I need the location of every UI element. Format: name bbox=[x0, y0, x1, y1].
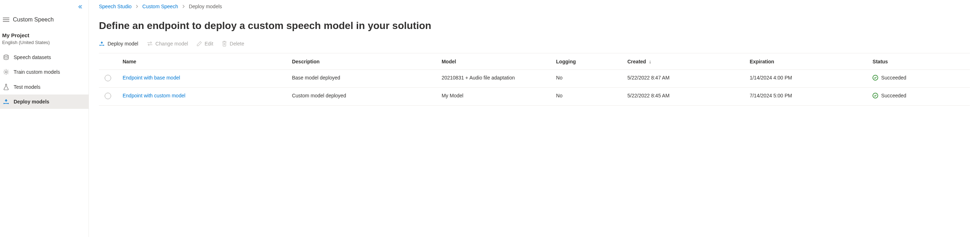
svg-point-4 bbox=[5, 71, 7, 73]
delete-button: Delete bbox=[222, 41, 244, 47]
cell-expiration: 7/14/2024 5:00 PM bbox=[744, 88, 867, 106]
chevron-right-icon bbox=[135, 5, 139, 8]
check-circle-icon bbox=[872, 93, 878, 98]
cell-expiration: 1/14/2024 4:00 PM bbox=[744, 70, 867, 88]
sidebar-item-deploy[interactable]: Deploy models bbox=[0, 95, 89, 109]
pencil-icon bbox=[197, 41, 202, 46]
flask-icon bbox=[3, 84, 9, 90]
database-icon bbox=[3, 54, 9, 60]
toolbar-label: Change model bbox=[156, 41, 188, 47]
sidebar-item-train[interactable]: Train custom models bbox=[0, 65, 89, 79]
sidebar-item-label: Deploy models bbox=[14, 99, 49, 104]
breadcrumb: Speech Studio Custom Speech Deploy model… bbox=[99, 3, 970, 9]
project-block: My Project English (United States) bbox=[0, 27, 89, 50]
page-title: Define an endpoint to deploy a custom sp… bbox=[99, 20, 970, 32]
column-expiration[interactable]: Expiration bbox=[744, 53, 867, 70]
column-model[interactable]: Model bbox=[436, 53, 550, 70]
column-status[interactable]: Status bbox=[867, 53, 970, 70]
edit-button: Edit bbox=[197, 41, 213, 47]
deploy-icon bbox=[3, 99, 9, 104]
project-title: My Project bbox=[2, 32, 86, 38]
column-created[interactable]: Created ↓ bbox=[622, 53, 744, 70]
project-language: English (United States) bbox=[2, 40, 86, 45]
sidebar-item-label: Test models bbox=[14, 84, 40, 90]
sidebar-item-test[interactable]: Test models bbox=[0, 79, 89, 95]
sidebar: Custom Speech My Project English (United… bbox=[0, 0, 89, 237]
column-created-label: Created bbox=[627, 59, 646, 65]
deploy-icon bbox=[99, 41, 105, 46]
cell-created: 5/22/2022 8:47 AM bbox=[622, 70, 744, 88]
cell-logging: No bbox=[550, 70, 622, 88]
cell-logging: No bbox=[550, 88, 622, 106]
breadcrumb-current: Deploy models bbox=[189, 3, 222, 9]
cell-created: 5/22/2022 8:45 AM bbox=[622, 88, 744, 106]
sidebar-item-label: Speech datasets bbox=[14, 54, 51, 60]
cell-description: Custom model deployed bbox=[286, 88, 436, 106]
main-content: Speech Studio Custom Speech Deploy model… bbox=[89, 0, 980, 237]
toolbar: Deploy model Change model Edit bbox=[99, 41, 970, 47]
list-icon bbox=[3, 17, 9, 22]
status-badge: Succeeded bbox=[872, 75, 964, 81]
toolbar-label: Deploy model bbox=[108, 41, 138, 47]
row-select-checkbox[interactable] bbox=[105, 93, 111, 99]
arrow-down-icon: ↓ bbox=[649, 59, 651, 65]
chevron-right-icon bbox=[182, 5, 185, 8]
sidebar-item-label: Train custom models bbox=[14, 69, 60, 75]
toolbar-label: Edit bbox=[205, 41, 213, 47]
toolbar-label: Delete bbox=[230, 41, 244, 47]
deploy-model-button[interactable]: Deploy model bbox=[99, 41, 138, 47]
breadcrumb-link-speech-studio[interactable]: Speech Studio bbox=[99, 3, 132, 9]
check-circle-icon bbox=[872, 75, 878, 81]
status-badge: Succeeded bbox=[872, 93, 964, 98]
status-text: Succeeded bbox=[881, 75, 906, 81]
table-row[interactable]: Endpoint with base model Base model depl… bbox=[99, 70, 970, 88]
trash-icon bbox=[222, 41, 227, 47]
change-model-button: Change model bbox=[147, 41, 188, 47]
table-row[interactable]: Endpoint with custom model Custom model … bbox=[99, 88, 970, 106]
cell-description: Base model deployed bbox=[286, 70, 436, 88]
endpoint-link[interactable]: Endpoint with custom model bbox=[123, 93, 185, 98]
breadcrumb-link-custom-speech[interactable]: Custom Speech bbox=[142, 3, 178, 9]
column-logging[interactable]: Logging bbox=[550, 53, 622, 70]
column-select bbox=[99, 53, 117, 70]
column-description[interactable]: Description bbox=[286, 53, 436, 70]
row-select-checkbox[interactable] bbox=[105, 75, 111, 81]
sidebar-header-label: Custom Speech bbox=[13, 16, 54, 23]
sidebar-header[interactable]: Custom Speech bbox=[0, 12, 89, 27]
swap-icon bbox=[147, 41, 153, 46]
cell-model: 20210831 + Audio file adaptation bbox=[436, 70, 550, 88]
gear-icon bbox=[3, 69, 9, 75]
sidebar-item-datasets[interactable]: Speech datasets bbox=[0, 50, 89, 65]
chevron-double-left-icon bbox=[78, 4, 83, 9]
endpoint-link[interactable]: Endpoint with base model bbox=[123, 75, 180, 81]
cell-model: My Model bbox=[436, 88, 550, 106]
collapse-sidebar-button[interactable] bbox=[0, 4, 89, 12]
column-name[interactable]: Name bbox=[117, 53, 286, 70]
svg-point-3 bbox=[4, 55, 8, 56]
endpoints-table: Name Description Model Logging Created ↓… bbox=[99, 53, 970, 106]
status-text: Succeeded bbox=[881, 93, 906, 98]
